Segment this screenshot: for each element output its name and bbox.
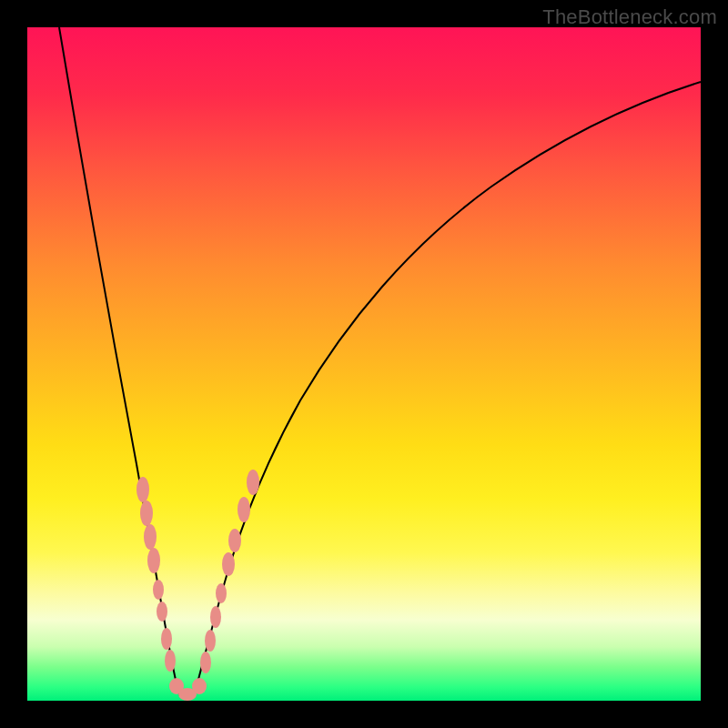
gradient-plot-area: [27, 27, 701, 701]
bead: [200, 652, 211, 673]
curve-right-branch: [194, 82, 701, 696]
bead: [238, 497, 250, 522]
bead: [153, 580, 164, 600]
bead: [216, 583, 227, 603]
bead: [161, 628, 172, 650]
bead: [222, 552, 235, 576]
bead-markers: [136, 470, 259, 701]
bead: [192, 678, 207, 694]
bead: [136, 477, 149, 502]
bead: [157, 602, 167, 622]
bead: [210, 606, 221, 628]
bead: [144, 524, 157, 550]
bead: [140, 500, 153, 526]
bead: [228, 529, 241, 552]
watermark-text: TheBottleneck.com: [542, 5, 717, 29]
bead: [165, 650, 176, 672]
bead: [205, 630, 216, 652]
bead: [147, 548, 160, 573]
bottleneck-curve-chart: [27, 27, 701, 701]
bead: [247, 470, 259, 495]
